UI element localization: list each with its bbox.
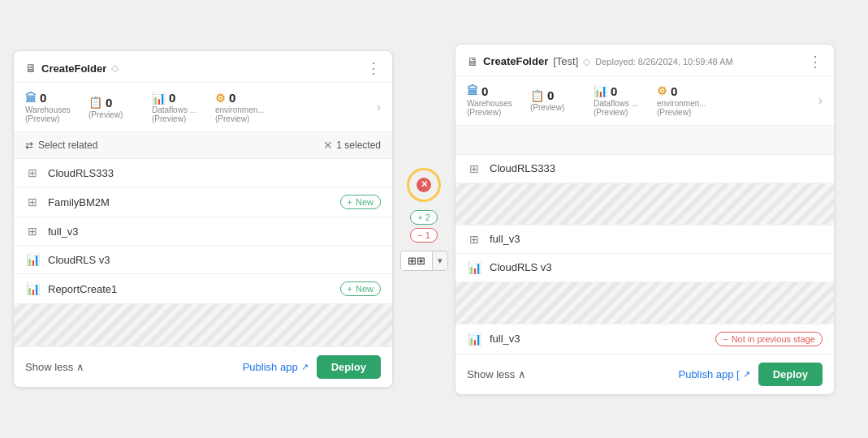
stat-dataflows-left: 📊 0 Dataflows ...(Preview) [152, 91, 201, 123]
left-card-header: 🖥 CreateFolder ◇ ⋮ [14, 51, 392, 83]
toggle-chevron[interactable]: ▾ [432, 252, 447, 269]
external-link-icon: ↗ [301, 362, 309, 372]
right-card-title: CreateFolder [483, 55, 548, 67]
env-icon-left: ⚙ [215, 92, 226, 105]
list-item[interactable]: ⊞ FamilyBM2M + New [14, 187, 392, 217]
view-toggle[interactable]: ⊞⊞ ▾ [400, 251, 448, 271]
right-footer-actions: Publish app [ ↗ Deploy [678, 363, 823, 386]
sync-spinner: ✕ [407, 168, 441, 202]
preview-icon-left: 📋 [89, 96, 102, 109]
list-item[interactable]: 📊 CloudRLS v3 [456, 254, 834, 282]
gem-icon-right: ◇ [583, 56, 590, 67]
list-item[interactable]: 📊 full_v3 − Not in previous stage [456, 324, 834, 354]
env-label-left: environmen...(Preview) [215, 105, 265, 123]
publish-app-link-left[interactable]: Publish app ↗ [243, 361, 309, 373]
item-grid-icon: ⊞ [25, 225, 40, 238]
preview-label-right: (Preview) [530, 103, 564, 112]
new-badge: + New [340, 281, 381, 296]
striped-placeholder [456, 282, 834, 324]
preview-label-left: (Preview) [89, 110, 123, 119]
stat-warehouses-left: 🏛 0 Warehouses(Preview) [25, 91, 74, 123]
stat-dataflows-right: 📊 0 Dataflows ...(Preview) [594, 84, 642, 117]
selected-badge: ✕ 1 selected [323, 139, 381, 152]
item-grid-icon: ⊞ [467, 233, 482, 246]
warehouse-icon-left: 🏛 [25, 92, 37, 105]
external-link-icon-right: ↗ [743, 369, 750, 380]
right-card-footer: Show less ∧ Publish app [ ↗ Deploy [456, 354, 834, 394]
list-item[interactable]: ⊞ CloudRLS333 [456, 155, 834, 183]
dataflows-label-right: Dataflows ...(Preview) [594, 99, 638, 117]
show-less-btn-right[interactable]: Show less ∧ [467, 368, 526, 380]
striped-placeholder [456, 183, 834, 225]
left-card: 🖥 CreateFolder ◇ ⋮ 🏛 0 Warehouses(Previe… [13, 50, 393, 388]
right-select-bar-empty [456, 126, 834, 155]
stat-env-left: ⚙ 0 environmen...(Preview) [215, 91, 265, 123]
item-grid-icon: ⊞ [25, 195, 40, 208]
monitor-icon-right: 🖥 [467, 55, 478, 68]
chevron-up-icon-right: ∧ [518, 368, 526, 380]
stats-arrow-right[interactable]: › [818, 93, 823, 108]
toggle-grid-btn[interactable]: ⊞⊞ [401, 251, 432, 270]
publish-app-link-right[interactable]: Publish app [ ↗ [678, 368, 749, 380]
deploy-btn-right[interactable]: Deploy [758, 363, 823, 386]
left-footer-actions: Publish app ↗ Deploy [243, 355, 381, 379]
stat-preview-left: 📋 0 (Preview) [89, 96, 137, 119]
gem-icon-left: ◇ [111, 62, 119, 74]
item-grid-icon: ⊞ [467, 162, 482, 175]
preview-icon-right: 📋 [530, 89, 544, 102]
item-chart-icon: 📊 [467, 261, 482, 274]
select-related-btn[interactable]: ⇄ Select related [25, 140, 97, 151]
clear-selected-icon[interactable]: ✕ [323, 139, 333, 152]
cancel-sync-btn[interactable]: ✕ [417, 178, 431, 192]
deployed-text: Deployed: 8/26/2024, 10:59:48 AM [595, 57, 732, 67]
stat-warehouses-right: 🏛 0 Warehouses(Preview) [467, 84, 516, 117]
item-chart-icon: 📊 [25, 282, 40, 295]
diff-minus-badge: − 1 [410, 228, 438, 243]
new-badge: + New [340, 195, 381, 209]
diff-badges: + 2 − 1 [410, 210, 438, 243]
warehouse-icon-right: 🏛 [467, 84, 478, 97]
striped-placeholder [14, 304, 392, 346]
stat-env-right: ⚙ 0 environmen...(Preview) [657, 84, 706, 117]
show-less-btn-left[interactable]: Show less ∧ [25, 361, 84, 373]
list-item[interactable]: 📊 ReportCreate1 + New [14, 274, 392, 304]
dataflows-label-left: Dataflows ...(Preview) [152, 105, 196, 123]
more-menu-right[interactable]: ⋮ [808, 53, 823, 71]
item-chart-icon: 📊 [467, 333, 482, 346]
right-card: 🖥 CreateFolder [Test] ◇ Deployed: 8/26/2… [455, 44, 835, 395]
dataflow-icon-left: 📊 [152, 92, 166, 105]
more-menu-left[interactable]: ⋮ [366, 59, 381, 77]
diff-plus-badge: + 2 [410, 210, 438, 225]
deploy-btn-left[interactable]: Deploy [317, 355, 381, 379]
not-in-prev-badge: − Not in previous stage [715, 332, 823, 346]
left-stats-row: 🏛 0 Warehouses(Preview) 📋 0 (Preview) 📊 … [14, 83, 392, 132]
middle-controls: ✕ + 2 − 1 ⊞⊞ ▾ [399, 168, 448, 271]
env-icon-right: ⚙ [657, 84, 667, 97]
left-title-row: 🖥 CreateFolder ◇ [25, 62, 119, 75]
list-item[interactable]: ⊞ full_v3 [14, 217, 392, 246]
share-icon: ⇄ [25, 140, 33, 151]
dataflow-icon-right: 📊 [594, 84, 607, 97]
select-bar-left: ⇄ Select related ✕ 1 selected [14, 132, 392, 159]
right-stats-row: 🏛 0 Warehouses(Preview) 📋 0 (Preview) 📊 … [456, 76, 834, 126]
right-list: ⊞ CloudRLS333 ⊞ full_v3 📊 CloudRLS v3 📊 … [456, 155, 834, 354]
chevron-up-icon: ∧ [76, 361, 84, 373]
list-item[interactable]: ⊞ full_v3 [456, 225, 834, 254]
left-card-footer: Show less ∧ Publish app ↗ Deploy [14, 346, 392, 387]
stat-preview-right: 📋 0 (Preview) [530, 88, 579, 112]
list-item[interactable]: 📊 CloudRLS v3 [14, 246, 392, 274]
warehouses-label-left: Warehouses(Preview) [25, 105, 71, 123]
warehouses-label-right: Warehouses(Preview) [467, 99, 512, 117]
item-grid-icon: ⊞ [25, 166, 40, 179]
left-card-title: CreateFolder [41, 62, 106, 75]
list-item[interactable]: ⊞ CloudRLS333 [14, 159, 392, 187]
monitor-icon: 🖥 [25, 62, 37, 75]
env-label-right: environmen...(Preview) [657, 99, 706, 117]
stats-arrow-left[interactable]: › [377, 100, 381, 114]
right-title-row: 🖥 CreateFolder [Test] ◇ Deployed: 8/26/2… [467, 55, 733, 68]
right-card-header: 🖥 CreateFolder [Test] ◇ Deployed: 8/26/2… [456, 45, 834, 76]
left-list: ⊞ CloudRLS333 ⊞ FamilyBM2M + New ⊞ full_… [14, 159, 392, 346]
right-card-tag: [Test] [553, 55, 578, 67]
item-chart-icon: 📊 [25, 253, 40, 266]
